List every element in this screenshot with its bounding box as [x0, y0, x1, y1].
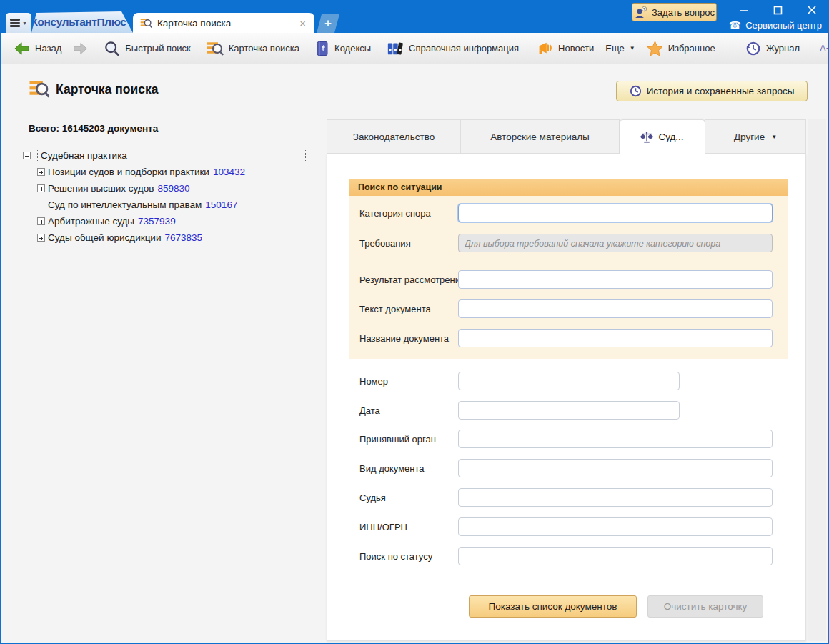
номер-input[interactable]	[458, 372, 680, 390]
tree-item-label: Суды общей юрисдикции	[48, 232, 161, 243]
scales-icon	[640, 131, 653, 144]
main-menu-button[interactable]: ▼	[6, 13, 31, 33]
дата-input[interactable]	[458, 401, 680, 420]
ask-question-label: Задать вопрос	[652, 7, 715, 18]
reference-info-button[interactable]: Справочная информация	[381, 37, 525, 60]
tree-root-судебная-практика[interactable]: Судебная практика	[23, 148, 306, 163]
tree-item-label: Решения высших судов	[48, 183, 154, 194]
expand-icon[interactable]	[37, 184, 45, 192]
tree-item-суд-по-интеллектуальным-правам[interactable]: Суд по интеллектуальным правам 150167	[48, 197, 237, 212]
maximize-icon[interactable]	[772, 4, 783, 16]
scrollbar-track[interactable]	[808, 119, 826, 641]
close-window-icon[interactable]	[806, 4, 818, 16]
field-label-результат-рассмотрения: Результат рассмотрения	[359, 274, 465, 285]
поиск-по-статусу-input[interactable]	[458, 547, 773, 565]
tree-item-label: Суд по интеллектуальным правам	[48, 199, 202, 210]
service-center-link[interactable]: ☎ Сервисный центр	[729, 19, 822, 31]
tab-другие[interactable]: Другие ▼	[705, 119, 806, 154]
tree-item-label: Арбитражные суды	[48, 216, 134, 227]
tab-законодательство[interactable]: Законодательство	[327, 119, 461, 154]
operator-icon: ?	[634, 6, 648, 19]
expand-icon[interactable]	[37, 234, 45, 242]
toolbar: Назад Быстрый поиск Карточка поиска Коде	[0, 33, 829, 64]
situation-search-section: Поиск по ситуации Категория спора Требов…	[349, 179, 788, 359]
situation-section-title: Поиск по ситуации	[349, 179, 788, 196]
field-label-поиск-по-статусу: Поиск по статусу	[359, 551, 432, 562]
titlebar: ▼ КонсультантПлюс Карточка поиска × + ? …	[0, 0, 829, 33]
tree-item-label: Позиции судов и подборки практики	[48, 167, 209, 177]
chevron-down-icon: ▼	[22, 21, 27, 26]
текст-документа-input[interactable]	[458, 299, 773, 318]
codex-book-icon	[315, 41, 329, 56]
требования-input	[458, 234, 773, 252]
search-card-button[interactable]: Карточка поиска	[201, 37, 305, 60]
megaphone-icon	[536, 41, 553, 56]
field-label-судья: Судья	[359, 492, 386, 503]
phone-icon: ☎	[729, 19, 741, 31]
minimize-icon[interactable]	[738, 4, 749, 16]
search-card-icon	[207, 41, 224, 56]
quick-search-button[interactable]: Быстрый поиск	[99, 37, 197, 60]
tree-item-решения-высших-судов[interactable]: Решения высших судов 859830	[37, 181, 189, 196]
binders-icon	[387, 41, 404, 56]
svg-text:?: ?	[643, 6, 645, 11]
tree-item-count: 859830	[157, 183, 189, 194]
history-button-label: История и сохраненные запросы	[647, 86, 795, 96]
history-clock-icon	[745, 41, 761, 56]
tab-судебная-практика[interactable]: Суд...	[620, 119, 705, 154]
категория-спора-input[interactable]	[458, 204, 773, 222]
brand-logo-text: КонсультантПлюс	[31, 16, 126, 29]
service-center-label: Сервисный центр	[745, 20, 822, 31]
brand-logo-tab[interactable]: КонсультантПлюс	[31, 11, 133, 33]
forward-arrow-icon	[73, 42, 87, 55]
принявший-орган-input[interactable]	[458, 430, 773, 448]
chevron-down-icon: ▼	[771, 134, 777, 140]
close-tab-icon[interactable]: ×	[298, 18, 307, 29]
инн-огрн-input[interactable]	[458, 517, 773, 536]
collapse-icon[interactable]	[23, 152, 31, 159]
new-tab-button[interactable]: +	[317, 14, 339, 33]
expand-icon[interactable]	[37, 168, 45, 176]
ask-question-button[interactable]: ? Задать вопрос	[632, 3, 717, 21]
название-документа-input[interactable]	[458, 329, 773, 347]
more-button[interactable]: Еще ▼	[600, 39, 640, 57]
font-decrease-button[interactable]: A−	[815, 39, 829, 57]
star-icon	[647, 41, 663, 56]
tab-search-card[interactable]: Карточка поиска ×	[133, 13, 314, 33]
field-label-дата: Дата	[359, 405, 380, 416]
вид-документа-input[interactable]	[458, 459, 773, 477]
back-arrow-icon	[14, 41, 30, 56]
forward-button[interactable]	[67, 39, 93, 59]
field-label-инн-огрн: ИНН/ОГРН	[359, 522, 407, 532]
show-document-list-button[interactable]: Показать список документов	[469, 595, 637, 618]
tab-label: Карточка поиска	[157, 18, 293, 29]
tree-item-суды-общей-юрисдикции[interactable]: Суды общей юрисдикции 7673835	[37, 230, 202, 245]
field-label-текст-документа: Текст документа	[359, 304, 431, 314]
судья-input[interactable]	[458, 488, 773, 507]
favorites-button[interactable]: Избранное	[641, 37, 721, 60]
field-label-название-документа: Название документа	[359, 333, 449, 344]
total-documents: Всего: 16145203 документа	[29, 123, 158, 134]
field-label-номер: Номер	[359, 376, 388, 387]
back-button[interactable]: Назад	[9, 38, 67, 59]
search-card-icon	[140, 17, 152, 29]
history-saved-queries-button[interactable]: История и сохраненные запросы	[616, 81, 808, 101]
window-controls	[738, 4, 818, 16]
clear-card-button[interactable]: Очистить карточку	[647, 595, 763, 618]
tree-item-позиции-судов[interactable]: Позиции судов и подборки практики 103432	[37, 164, 245, 179]
tab-авторские-материалы[interactable]: Авторские материалы	[461, 119, 620, 154]
search-card-panel: Поиск по ситуации Категория спора Требов…	[327, 154, 806, 641]
tree-item-count: 103432	[213, 167, 245, 177]
section-tabs: Законодательство Авторские материалы Суд…	[327, 119, 806, 154]
tree-item-count: 7357939	[138, 216, 176, 227]
history-clock-icon	[630, 85, 642, 97]
codes-button[interactable]: Кодексы	[309, 37, 377, 60]
tree-item-арбитражные-суды[interactable]: Арбитражные суды 7357939	[37, 214, 176, 229]
news-button[interactable]: Новости	[530, 37, 600, 60]
journal-button[interactable]: Журнал	[740, 37, 805, 60]
tree-item-count: 150167	[205, 199, 237, 210]
field-label-принявший-орган: Принявший орган	[359, 434, 436, 445]
результат-рассмотрения-input[interactable]	[458, 270, 773, 289]
expand-icon[interactable]	[37, 217, 45, 225]
field-label-требования: Требования	[359, 238, 411, 249]
